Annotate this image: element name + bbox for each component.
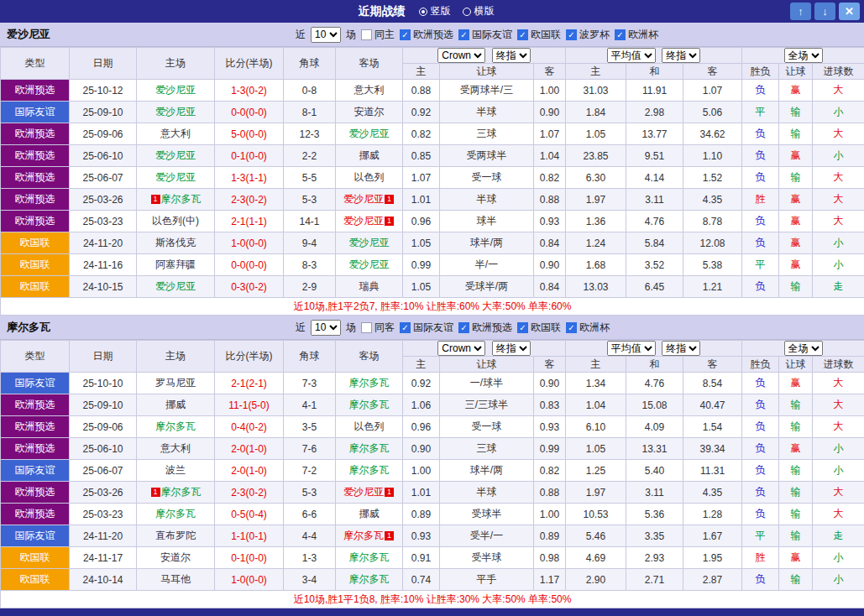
home-team[interactable]: 以色列(中)	[137, 211, 215, 232]
away-team[interactable]: 摩尔多瓦	[336, 547, 403, 569]
competition-type[interactable]: 国际友谊	[1, 525, 70, 547]
odds-stage-select[interactable]: 终指	[492, 341, 531, 356]
competition-checkbox[interactable]: ✓波罗杯	[566, 28, 610, 42]
match-score[interactable]: 1-3(0-2)	[215, 80, 284, 102]
competition-type[interactable]: 欧国联	[1, 547, 70, 569]
competition-type[interactable]: 欧国联	[1, 232, 70, 254]
average-stage-select[interactable]: 终指	[662, 341, 700, 356]
match-count-select[interactable]: 10	[311, 320, 341, 336]
home-team[interactable]: 波兰	[137, 460, 215, 482]
home-team[interactable]: 意大利	[137, 438, 215, 460]
scope-select[interactable]: 全场	[784, 48, 823, 63]
competition-checkbox[interactable]: ✓欧洲杯	[566, 321, 610, 335]
home-team[interactable]: 爱沙尼亚	[137, 276, 215, 298]
competition-type[interactable]: 欧国联	[1, 569, 70, 591]
away-team[interactable]: 摩尔多瓦	[336, 460, 403, 482]
odds-stage-select[interactable]: 终指	[492, 48, 531, 63]
away-team[interactable]: 爱沙尼亚	[336, 232, 403, 254]
scroll-up-button[interactable]: ↑	[790, 3, 811, 20]
match-score[interactable]: 0-0(0-0)	[215, 102, 284, 123]
home-team[interactable]: 斯洛伐克	[137, 232, 215, 254]
competition-checkbox[interactable]: ✓欧国联	[517, 321, 561, 335]
competition-type[interactable]: 欧洲预选	[1, 211, 70, 232]
competition-type[interactable]: 欧洲预选	[1, 482, 70, 504]
home-team[interactable]: 爱沙尼亚	[137, 145, 215, 167]
average-select[interactable]: 平均值	[607, 48, 656, 63]
match-score[interactable]: 2-0(1-0)	[215, 438, 284, 460]
home-team[interactable]: 安道尔	[137, 547, 215, 569]
competition-type[interactable]: 欧国联	[1, 276, 70, 298]
away-team[interactable]: 安道尔	[336, 102, 403, 123]
match-score[interactable]: 2-1(1-1)	[215, 211, 284, 232]
match-score[interactable]: 1-0(0-0)	[215, 232, 284, 254]
bookmaker-select[interactable]: Crown	[437, 48, 485, 63]
home-team[interactable]: 摩尔多瓦	[137, 504, 215, 525]
competition-type[interactable]: 欧洲预选	[1, 167, 70, 189]
match-score[interactable]: 5-0(0-0)	[215, 123, 284, 145]
home-team[interactable]: 挪威	[137, 394, 215, 416]
away-team[interactable]: 挪威	[336, 504, 403, 525]
match-score[interactable]: 1-0(0-0)	[215, 569, 284, 591]
home-team[interactable]: 1摩尔多瓦	[137, 189, 215, 211]
away-team[interactable]: 以色列	[336, 416, 403, 438]
view-horizontal-radio[interactable]: 横版	[463, 4, 495, 18]
match-score[interactable]: 2-3(0-2)	[215, 482, 284, 504]
competition-checkbox[interactable]: ✓欧国联	[517, 28, 561, 42]
away-team[interactable]: 爱沙尼亚	[336, 123, 403, 145]
away-team[interactable]: 摩尔多瓦	[336, 394, 403, 416]
away-team[interactable]: 摩尔多瓦	[336, 569, 403, 591]
bookmaker-select[interactable]: Crown	[437, 341, 485, 356]
competition-checkbox[interactable]: ✓欧洲预选	[400, 28, 453, 42]
competition-checkbox[interactable]: ✓国际友谊	[400, 321, 453, 335]
match-score[interactable]: 0-1(0-0)	[215, 145, 284, 167]
away-team[interactable]: 瑞典	[336, 276, 403, 298]
competition-type[interactable]: 国际友谊	[1, 460, 70, 482]
scroll-down-button[interactable]: ↓	[814, 3, 835, 20]
competition-checkbox[interactable]: ✓国际友谊	[458, 28, 512, 42]
home-team[interactable]: 爱沙尼亚	[137, 102, 215, 123]
match-score[interactable]: 1-3(1-1)	[215, 167, 284, 189]
match-score[interactable]: 1-1(0-1)	[215, 525, 284, 547]
match-score[interactable]: 0-4(0-2)	[215, 416, 284, 438]
match-score[interactable]: 0-5(0-4)	[215, 504, 284, 525]
competition-checkbox[interactable]: ✓欧洲杯	[615, 28, 658, 42]
match-score[interactable]: 2-0(1-0)	[215, 460, 284, 482]
scope-select[interactable]: 全场	[784, 341, 823, 356]
home-team[interactable]: 直布罗陀	[137, 525, 215, 547]
competition-type[interactable]: 欧洲预选	[1, 416, 70, 438]
competition-type[interactable]: 欧洲预选	[1, 80, 70, 102]
away-team[interactable]: 摩尔多瓦	[336, 373, 403, 394]
away-team[interactable]: 爱沙尼亚1	[336, 211, 403, 232]
home-team[interactable]: 马耳他	[137, 569, 215, 591]
close-button[interactable]: ✕	[839, 3, 860, 20]
competition-type[interactable]: 欧洲预选	[1, 123, 70, 145]
match-score[interactable]: 0-3(0-2)	[215, 276, 284, 298]
same-venue-filter[interactable]: 同主	[361, 28, 395, 42]
away-team[interactable]: 意大利	[336, 80, 403, 102]
away-team[interactable]: 摩尔多瓦1	[336, 525, 403, 547]
same-venue-filter[interactable]: 同客	[361, 321, 395, 335]
competition-type[interactable]: 欧洲预选	[1, 504, 70, 525]
match-count-select[interactable]: 10	[311, 27, 341, 43]
away-team[interactable]: 以色列	[336, 167, 403, 189]
competition-checkbox[interactable]: ✓欧洲预选	[458, 321, 512, 335]
competition-type[interactable]: 国际友谊	[1, 102, 70, 123]
away-team[interactable]: 摩尔多瓦	[336, 438, 403, 460]
away-team[interactable]: 爱沙尼亚	[336, 254, 403, 276]
home-team[interactable]: 爱沙尼亚	[137, 80, 215, 102]
home-team[interactable]: 1摩尔多瓦	[137, 482, 215, 504]
average-stage-select[interactable]: 终指	[662, 48, 700, 63]
competition-type[interactable]: 欧洲预选	[1, 145, 70, 167]
home-team[interactable]: 摩尔多瓦	[137, 416, 215, 438]
home-team[interactable]: 意大利	[137, 123, 215, 145]
home-team[interactable]: 罗马尼亚	[137, 373, 215, 394]
competition-type[interactable]: 欧国联	[1, 254, 70, 276]
competition-type[interactable]: 欧洲预选	[1, 438, 70, 460]
away-team[interactable]: 爱沙尼亚1	[336, 482, 403, 504]
competition-type[interactable]: 欧洲预选	[1, 189, 70, 211]
match-score[interactable]: 0-1(0-0)	[215, 547, 284, 569]
competition-type[interactable]: 国际友谊	[1, 373, 70, 394]
competition-type[interactable]: 欧洲预选	[1, 394, 70, 416]
match-score[interactable]: 2-3(0-2)	[215, 189, 284, 211]
match-score[interactable]: 2-1(2-1)	[215, 373, 284, 394]
